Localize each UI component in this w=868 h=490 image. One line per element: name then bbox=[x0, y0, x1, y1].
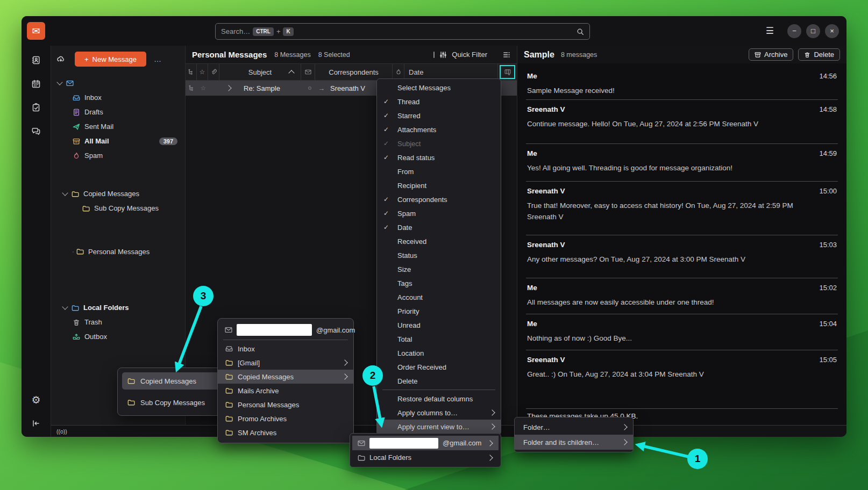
folder-row-sub-copy-messages[interactable]: Sub Copy Messages bbox=[51, 201, 185, 215]
folder-row-trash[interactable]: Trash bbox=[51, 315, 185, 329]
collapse-toolbar-icon[interactable] bbox=[28, 415, 44, 431]
message-card[interactable]: Me14:56 Sample Message received! bbox=[517, 67, 846, 99]
message-card[interactable]: Me14:59 Yes! All going well. Threading i… bbox=[517, 144, 846, 181]
menu-item-starred[interactable]: ✓Starred bbox=[377, 109, 501, 122]
menu-item-received[interactable]: Received bbox=[377, 234, 501, 248]
message-card[interactable]: Sreenath V15:03 Any other messages? On T… bbox=[517, 235, 846, 278]
popup-item-sub-copy-messages[interactable]: Sub Copy Messages bbox=[122, 394, 230, 411]
menu-item-folder-and-children[interactable]: Folder and its children… bbox=[515, 435, 633, 450]
message-time: 15:00 bbox=[819, 187, 837, 195]
folder-row-spam[interactable]: Spam bbox=[51, 148, 185, 163]
folder-row-local-folders[interactable]: Local Folders bbox=[51, 300, 185, 315]
message-card[interactable]: Me15:02 All messages are now easily acce… bbox=[517, 278, 846, 314]
messages-count: 8 Messages bbox=[274, 51, 310, 59]
folder-row-drafts[interactable]: Drafts bbox=[51, 105, 185, 119]
menu-item-date[interactable]: ✓Date bbox=[377, 220, 501, 234]
redacted-account-name bbox=[369, 438, 438, 449]
chevron-down-icon[interactable] bbox=[56, 79, 62, 85]
calendar-icon[interactable] bbox=[28, 76, 44, 92]
menu-item-status[interactable]: Status bbox=[377, 248, 501, 262]
menu-item-unread[interactable]: Unread bbox=[377, 318, 501, 332]
popup-item-gmail[interactable]: [Gmail] bbox=[218, 356, 353, 370]
message-card[interactable]: Sreenath V15:05 Great.. :) On Tue, Aug 2… bbox=[517, 350, 846, 408]
menu-item-attachments[interactable]: ✓Attachments bbox=[377, 122, 501, 136]
menu-item-recipient[interactable]: Recipient bbox=[377, 178, 501, 192]
spam-column-header[interactable] bbox=[393, 64, 404, 80]
tasks-icon[interactable] bbox=[28, 99, 44, 116]
global-search-input[interactable]: Search… CTRL + K bbox=[215, 23, 590, 40]
popup-item-sm-archives[interactable]: SM Archives bbox=[218, 426, 353, 439]
correspondents-column-header[interactable]: Correspondents bbox=[315, 64, 393, 80]
menu-item-size[interactable]: Size bbox=[377, 262, 501, 276]
folder-row-sent-mail[interactable]: Sent Mail bbox=[51, 119, 185, 134]
popup-item-personal-messages[interactable]: Personal Messages bbox=[218, 398, 353, 412]
menu-item-priority[interactable]: Priority bbox=[377, 304, 501, 318]
message-card[interactable]: Sreenath V14:58 Continue message. Hello!… bbox=[517, 100, 846, 143]
maximize-button[interactable]: □ bbox=[806, 24, 820, 38]
address-book-icon[interactable] bbox=[28, 52, 44, 68]
popup-item-copied-messages[interactable]: Copied Messages bbox=[122, 372, 230, 390]
read-status-dot-icon[interactable] bbox=[307, 85, 313, 91]
menu-item-apply-current-view-to[interactable]: Apply current view to… bbox=[377, 420, 501, 434]
get-messages-cloud-icon[interactable] bbox=[56, 55, 65, 63]
folder-row-personal-messages[interactable]: Personal Messages bbox=[51, 243, 185, 260]
close-button[interactable]: × bbox=[825, 24, 839, 38]
menu-item-folder[interactable]: Folder… bbox=[515, 420, 633, 435]
expand-thread-icon[interactable] bbox=[225, 85, 231, 91]
popup-account-header[interactable]: @gmail.com bbox=[218, 322, 353, 338]
starred-column-header[interactable]: ☆ bbox=[197, 64, 208, 80]
submenu-arrow-icon bbox=[489, 423, 495, 429]
menu-item-tags[interactable]: Tags bbox=[377, 276, 501, 290]
correspondent-icon-column-header[interactable] bbox=[301, 64, 315, 80]
quick-filter-sliders-icon[interactable] bbox=[439, 51, 447, 59]
inbox-icon bbox=[73, 94, 80, 102]
message-list-display-icon[interactable] bbox=[503, 51, 510, 59]
quick-filter-label[interactable]: Quick Filter bbox=[452, 51, 487, 59]
menu-item-location[interactable]: Location bbox=[377, 346, 501, 360]
menu-item-gmail-account[interactable]: @gmail.com bbox=[352, 436, 499, 450]
message-card[interactable]: Sreenath V15:00 True that! Moreover, eas… bbox=[517, 182, 846, 235]
mail-space-tab[interactable]: ✉ bbox=[27, 22, 45, 40]
folder-row-outbox[interactable]: Outbox bbox=[51, 329, 185, 344]
chevron-down-icon[interactable] bbox=[62, 304, 68, 309]
subject-column-header[interactable]: Subject bbox=[219, 64, 301, 80]
menu-item-order-received[interactable]: Order Received bbox=[377, 360, 501, 374]
account-row[interactable] bbox=[51, 76, 185, 90]
popup-item-inbox[interactable]: Inbox bbox=[218, 342, 353, 356]
popup-item-mails-archive[interactable]: Mails Archive bbox=[218, 384, 353, 398]
menu-item-correspondents[interactable]: ✓Correspondents bbox=[377, 192, 501, 206]
archive-button[interactable]: Archive bbox=[749, 48, 793, 61]
menu-item-spam[interactable]: ✓Spam bbox=[377, 206, 501, 220]
settings-gear-icon[interactable]: ⚙ bbox=[28, 392, 44, 408]
app-menu-icon[interactable]: ☰ bbox=[766, 25, 774, 37]
thread-column-header[interactable] bbox=[186, 64, 197, 80]
delete-button[interactable]: Delete bbox=[798, 48, 840, 61]
column-picker-button[interactable] bbox=[498, 64, 517, 80]
menu-item-select-messages[interactable]: Select Messages bbox=[377, 81, 501, 95]
menu-item-read-status[interactable]: ✓Read status bbox=[377, 150, 501, 164]
folder-pane-options-icon[interactable]: … bbox=[154, 55, 162, 63]
menu-item-delete[interactable]: Delete bbox=[377, 374, 501, 388]
message-card[interactable]: Me15:04 Nothing as of now :) Good Bye... bbox=[517, 314, 846, 350]
check-icon: ✓ bbox=[383, 126, 389, 133]
menu-item-apply-columns-to[interactable]: Apply columns to… bbox=[377, 406, 501, 420]
menu-item-total[interactable]: Total bbox=[377, 332, 501, 346]
folder-row-all-mail[interactable]: All Mail 397 bbox=[51, 134, 185, 148]
menu-item-local-folders[interactable]: Local Folders bbox=[352, 450, 499, 465]
menu-item-restore-default-columns[interactable]: Restore default columns bbox=[377, 392, 501, 406]
minimize-button[interactable]: − bbox=[787, 24, 801, 38]
menu-item-from[interactable]: From bbox=[377, 164, 501, 178]
menu-item-thread[interactable]: ✓Thread bbox=[377, 95, 501, 109]
menu-item-account[interactable]: Account bbox=[377, 290, 501, 304]
popup-item-copied-messages[interactable]: Copied Messages bbox=[218, 370, 353, 384]
popup-item-promo-archives[interactable]: Promo Archives bbox=[218, 412, 353, 426]
chat-icon[interactable] bbox=[28, 123, 44, 139]
folder-row-inbox[interactable]: Inbox bbox=[51, 90, 185, 105]
date-column-header[interactable]: Date bbox=[404, 64, 498, 80]
attachment-column-header[interactable] bbox=[208, 64, 219, 80]
new-message-button[interactable]: + New Message bbox=[75, 52, 146, 67]
chevron-down-icon[interactable] bbox=[62, 190, 68, 196]
star-icon[interactable]: ☆ bbox=[201, 84, 207, 92]
folder-row-copied-messages[interactable]: Copied Messages bbox=[51, 186, 185, 201]
folder-icon bbox=[225, 373, 233, 380]
